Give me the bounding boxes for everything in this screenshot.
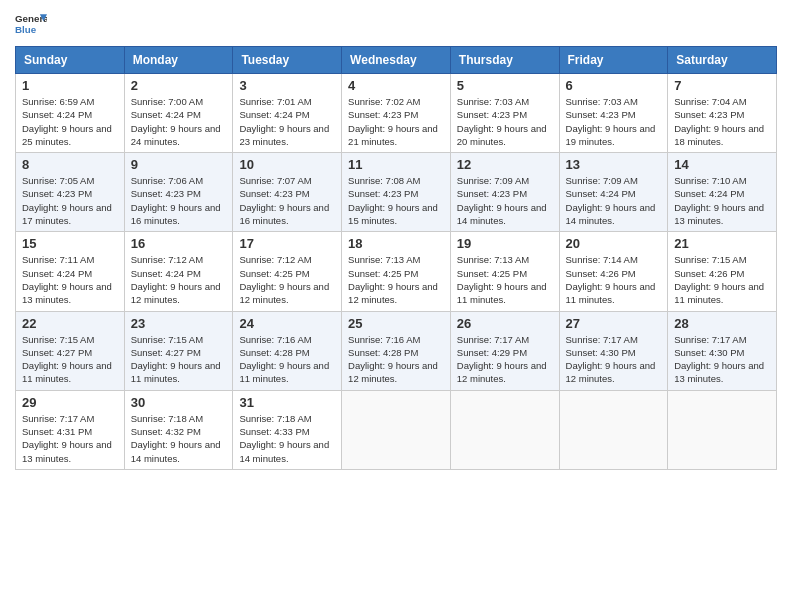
day-cell: 4 Sunrise: 7:02 AMSunset: 4:23 PMDayligh… bbox=[342, 74, 451, 153]
day-number: 24 bbox=[239, 316, 335, 331]
col-header-tuesday: Tuesday bbox=[233, 47, 342, 74]
header-row: SundayMondayTuesdayWednesdayThursdayFrid… bbox=[16, 47, 777, 74]
day-info: Sunrise: 6:59 AMSunset: 4:24 PMDaylight:… bbox=[22, 96, 112, 147]
header: General Blue bbox=[15, 10, 777, 38]
day-info: Sunrise: 7:13 AMSunset: 4:25 PMDaylight:… bbox=[457, 254, 547, 305]
day-number: 7 bbox=[674, 78, 770, 93]
day-info: Sunrise: 7:15 AMSunset: 4:26 PMDaylight:… bbox=[674, 254, 764, 305]
day-number: 23 bbox=[131, 316, 227, 331]
logo-icon: General Blue bbox=[15, 10, 47, 38]
day-cell bbox=[342, 390, 451, 469]
day-cell: 30 Sunrise: 7:18 AMSunset: 4:32 PMDaylig… bbox=[124, 390, 233, 469]
day-info: Sunrise: 7:12 AMSunset: 4:24 PMDaylight:… bbox=[131, 254, 221, 305]
day-cell: 14 Sunrise: 7:10 AMSunset: 4:24 PMDaylig… bbox=[668, 153, 777, 232]
day-cell: 26 Sunrise: 7:17 AMSunset: 4:29 PMDaylig… bbox=[450, 311, 559, 390]
day-cell: 1 Sunrise: 6:59 AMSunset: 4:24 PMDayligh… bbox=[16, 74, 125, 153]
day-number: 17 bbox=[239, 236, 335, 251]
day-info: Sunrise: 7:15 AMSunset: 4:27 PMDaylight:… bbox=[131, 334, 221, 385]
day-info: Sunrise: 7:09 AMSunset: 4:24 PMDaylight:… bbox=[566, 175, 656, 226]
day-info: Sunrise: 7:04 AMSunset: 4:23 PMDaylight:… bbox=[674, 96, 764, 147]
day-cell bbox=[559, 390, 668, 469]
week-row-3: 15 Sunrise: 7:11 AMSunset: 4:24 PMDaylig… bbox=[16, 232, 777, 311]
day-number: 12 bbox=[457, 157, 553, 172]
day-info: Sunrise: 7:03 AMSunset: 4:23 PMDaylight:… bbox=[566, 96, 656, 147]
day-info: Sunrise: 7:06 AMSunset: 4:23 PMDaylight:… bbox=[131, 175, 221, 226]
day-cell: 6 Sunrise: 7:03 AMSunset: 4:23 PMDayligh… bbox=[559, 74, 668, 153]
day-info: Sunrise: 7:16 AMSunset: 4:28 PMDaylight:… bbox=[348, 334, 438, 385]
day-number: 26 bbox=[457, 316, 553, 331]
day-info: Sunrise: 7:18 AMSunset: 4:33 PMDaylight:… bbox=[239, 413, 329, 464]
day-info: Sunrise: 7:14 AMSunset: 4:26 PMDaylight:… bbox=[566, 254, 656, 305]
day-cell: 8 Sunrise: 7:05 AMSunset: 4:23 PMDayligh… bbox=[16, 153, 125, 232]
day-info: Sunrise: 7:07 AMSunset: 4:23 PMDaylight:… bbox=[239, 175, 329, 226]
col-header-saturday: Saturday bbox=[668, 47, 777, 74]
day-info: Sunrise: 7:17 AMSunset: 4:30 PMDaylight:… bbox=[674, 334, 764, 385]
day-info: Sunrise: 7:17 AMSunset: 4:29 PMDaylight:… bbox=[457, 334, 547, 385]
day-info: Sunrise: 7:16 AMSunset: 4:28 PMDaylight:… bbox=[239, 334, 329, 385]
day-cell: 3 Sunrise: 7:01 AMSunset: 4:24 PMDayligh… bbox=[233, 74, 342, 153]
day-info: Sunrise: 7:15 AMSunset: 4:27 PMDaylight:… bbox=[22, 334, 112, 385]
day-info: Sunrise: 7:12 AMSunset: 4:25 PMDaylight:… bbox=[239, 254, 329, 305]
day-number: 16 bbox=[131, 236, 227, 251]
day-cell: 11 Sunrise: 7:08 AMSunset: 4:23 PMDaylig… bbox=[342, 153, 451, 232]
day-cell bbox=[668, 390, 777, 469]
day-info: Sunrise: 7:08 AMSunset: 4:23 PMDaylight:… bbox=[348, 175, 438, 226]
day-cell: 19 Sunrise: 7:13 AMSunset: 4:25 PMDaylig… bbox=[450, 232, 559, 311]
day-number: 25 bbox=[348, 316, 444, 331]
day-number: 28 bbox=[674, 316, 770, 331]
day-cell: 2 Sunrise: 7:00 AMSunset: 4:24 PMDayligh… bbox=[124, 74, 233, 153]
day-cell: 10 Sunrise: 7:07 AMSunset: 4:23 PMDaylig… bbox=[233, 153, 342, 232]
day-cell: 9 Sunrise: 7:06 AMSunset: 4:23 PMDayligh… bbox=[124, 153, 233, 232]
day-number: 1 bbox=[22, 78, 118, 93]
logo: General Blue bbox=[15, 10, 47, 38]
day-number: 21 bbox=[674, 236, 770, 251]
day-number: 2 bbox=[131, 78, 227, 93]
day-number: 29 bbox=[22, 395, 118, 410]
day-number: 19 bbox=[457, 236, 553, 251]
day-cell: 16 Sunrise: 7:12 AMSunset: 4:24 PMDaylig… bbox=[124, 232, 233, 311]
day-cell: 13 Sunrise: 7:09 AMSunset: 4:24 PMDaylig… bbox=[559, 153, 668, 232]
day-info: Sunrise: 7:17 AMSunset: 4:31 PMDaylight:… bbox=[22, 413, 112, 464]
day-number: 6 bbox=[566, 78, 662, 93]
day-cell: 20 Sunrise: 7:14 AMSunset: 4:26 PMDaylig… bbox=[559, 232, 668, 311]
day-info: Sunrise: 7:17 AMSunset: 4:30 PMDaylight:… bbox=[566, 334, 656, 385]
day-number: 15 bbox=[22, 236, 118, 251]
day-info: Sunrise: 7:18 AMSunset: 4:32 PMDaylight:… bbox=[131, 413, 221, 464]
day-cell bbox=[450, 390, 559, 469]
day-number: 31 bbox=[239, 395, 335, 410]
day-cell: 5 Sunrise: 7:03 AMSunset: 4:23 PMDayligh… bbox=[450, 74, 559, 153]
day-info: Sunrise: 7:01 AMSunset: 4:24 PMDaylight:… bbox=[239, 96, 329, 147]
calendar-table: SundayMondayTuesdayWednesdayThursdayFrid… bbox=[15, 46, 777, 470]
day-number: 13 bbox=[566, 157, 662, 172]
day-info: Sunrise: 7:10 AMSunset: 4:24 PMDaylight:… bbox=[674, 175, 764, 226]
day-cell: 29 Sunrise: 7:17 AMSunset: 4:31 PMDaylig… bbox=[16, 390, 125, 469]
day-number: 18 bbox=[348, 236, 444, 251]
day-info: Sunrise: 7:11 AMSunset: 4:24 PMDaylight:… bbox=[22, 254, 112, 305]
day-number: 22 bbox=[22, 316, 118, 331]
day-cell: 27 Sunrise: 7:17 AMSunset: 4:30 PMDaylig… bbox=[559, 311, 668, 390]
day-cell: 25 Sunrise: 7:16 AMSunset: 4:28 PMDaylig… bbox=[342, 311, 451, 390]
day-cell: 22 Sunrise: 7:15 AMSunset: 4:27 PMDaylig… bbox=[16, 311, 125, 390]
day-cell: 18 Sunrise: 7:13 AMSunset: 4:25 PMDaylig… bbox=[342, 232, 451, 311]
week-row-1: 1 Sunrise: 6:59 AMSunset: 4:24 PMDayligh… bbox=[16, 74, 777, 153]
day-number: 14 bbox=[674, 157, 770, 172]
day-number: 27 bbox=[566, 316, 662, 331]
day-info: Sunrise: 7:03 AMSunset: 4:23 PMDaylight:… bbox=[457, 96, 547, 147]
day-number: 30 bbox=[131, 395, 227, 410]
day-info: Sunrise: 7:13 AMSunset: 4:25 PMDaylight:… bbox=[348, 254, 438, 305]
col-header-wednesday: Wednesday bbox=[342, 47, 451, 74]
col-header-friday: Friday bbox=[559, 47, 668, 74]
day-cell: 28 Sunrise: 7:17 AMSunset: 4:30 PMDaylig… bbox=[668, 311, 777, 390]
week-row-2: 8 Sunrise: 7:05 AMSunset: 4:23 PMDayligh… bbox=[16, 153, 777, 232]
day-number: 20 bbox=[566, 236, 662, 251]
week-row-4: 22 Sunrise: 7:15 AMSunset: 4:27 PMDaylig… bbox=[16, 311, 777, 390]
col-header-thursday: Thursday bbox=[450, 47, 559, 74]
day-cell: 31 Sunrise: 7:18 AMSunset: 4:33 PMDaylig… bbox=[233, 390, 342, 469]
day-cell: 12 Sunrise: 7:09 AMSunset: 4:23 PMDaylig… bbox=[450, 153, 559, 232]
day-number: 10 bbox=[239, 157, 335, 172]
day-cell: 15 Sunrise: 7:11 AMSunset: 4:24 PMDaylig… bbox=[16, 232, 125, 311]
col-header-sunday: Sunday bbox=[16, 47, 125, 74]
day-number: 5 bbox=[457, 78, 553, 93]
day-cell: 17 Sunrise: 7:12 AMSunset: 4:25 PMDaylig… bbox=[233, 232, 342, 311]
day-number: 3 bbox=[239, 78, 335, 93]
